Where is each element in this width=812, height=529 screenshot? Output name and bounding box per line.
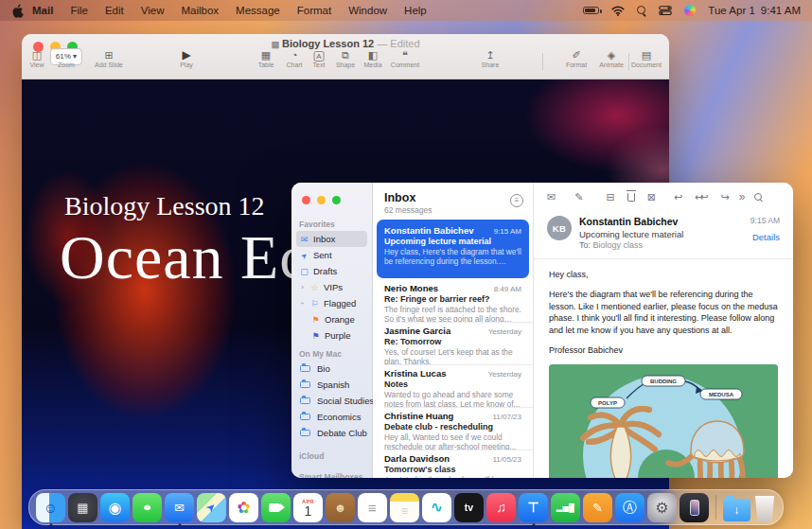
dock-messages[interactable]: ● (132, 493, 162, 522)
menu-mailbox[interactable]: Mailbox (172, 5, 227, 16)
sidebar-section-smart-mailboxes[interactable]: Smart Mailboxes (299, 472, 364, 478)
dock-finder[interactable]: ☺ (36, 493, 65, 522)
dock-iphone-mirroring[interactable] (680, 493, 709, 522)
dock-launchpad[interactable]: ▦ (68, 493, 97, 522)
view-button[interactable]: ◫ View (29, 48, 44, 68)
sidebar-item-social-studies[interactable]: Social Studies (296, 393, 367, 409)
mail-sidebar: Favorites ✉ Inbox ➤ Sent ▢ Drafts › ☆ VI… (291, 183, 373, 478)
menu-window[interactable]: Window (340, 5, 396, 16)
sidebar-item-drafts[interactable]: ▢ Drafts (296, 263, 367, 279)
sidebar-item-debate-club[interactable]: Debate Club (296, 425, 367, 441)
sidebar-item-purple[interactable]: ⚑ Purple (308, 327, 367, 344)
sidebar-item-economics[interactable]: Economics (296, 409, 367, 425)
archive-icon[interactable]: ⊟ (606, 192, 614, 203)
dock-keynote[interactable]: ⊤ (519, 493, 548, 522)
details-link[interactable]: Details (750, 232, 780, 242)
sidebar-item-orange[interactable]: ⚑ Orange (308, 311, 367, 327)
message-row[interactable]: Christine Huang 11/07/23 Debate club - r… (373, 407, 533, 450)
menu-date[interactable]: Tue Apr 1 (708, 5, 754, 16)
sidebar-item-sent[interactable]: ➤ Sent (296, 247, 367, 263)
filter-icon[interactable]: ≡ (510, 194, 523, 207)
menu-edit[interactable]: Edit (97, 5, 132, 16)
menu-time[interactable]: 9:41 AM (761, 5, 801, 16)
dock-calendar[interactable]: APR 1 (293, 493, 323, 522)
toolbar-divider (628, 53, 629, 70)
dock-reminders[interactable]: ≡ (358, 493, 387, 522)
sidebar-section-favorites: Favorites (299, 220, 364, 229)
dock-music[interactable]: ♫ (486, 493, 516, 522)
battery-icon[interactable] (583, 7, 599, 14)
dock-contacts[interactable]: ☻ (326, 493, 355, 522)
diagram-label-budding: BUDDING (650, 379, 677, 384)
siri-icon[interactable] (684, 5, 696, 16)
shape-button[interactable]: ⧉ Shape (336, 48, 355, 68)
add-slide-button[interactable]: ⊞ Add Slide (95, 48, 123, 68)
message-row[interactable]: Jasmine Garcia Yesterday Re: Tomorrow Ye… (373, 322, 533, 364)
dock-photos[interactable]: ✿ (229, 493, 258, 522)
dock-notes[interactable]: ≡ (390, 493, 419, 522)
dock-app-store[interactable]: Ⓐ (615, 493, 644, 522)
dock-pages[interactable]: ✎ (583, 493, 612, 522)
comment-button[interactable]: ❝ Comment (391, 48, 419, 68)
more-actions-icon[interactable]: » (739, 191, 746, 203)
play-button[interactable]: ▶ Play (180, 48, 193, 68)
reply-all-icon[interactable]: ↩↩ (695, 192, 708, 203)
menu-help[interactable]: Help (396, 5, 435, 16)
menu-file[interactable]: File (62, 5, 97, 16)
close-button[interactable] (302, 196, 310, 204)
dock-maps[interactable]: ➤ (197, 493, 226, 522)
chart-button[interactable]: ◔ Chart (286, 48, 302, 68)
sidebar-item-inbox[interactable]: ✉ Inbox (296, 231, 367, 247)
get-mail-icon[interactable]: ✉ (547, 192, 556, 203)
bar-chart-icon: ▂▅█ (556, 503, 574, 512)
dock-numbers[interactable]: ▂▅█ (551, 493, 580, 522)
search-icon[interactable] (754, 193, 763, 202)
document-button[interactable]: ▤ Document (631, 48, 662, 68)
envelope-icon: ✉ (174, 501, 185, 515)
message-row[interactable]: Darla Davidson 11/05/23 Tomorrow's class… (373, 450, 533, 478)
message-row[interactable]: Kristina Lucas Yesterday Notes Wanted to… (373, 364, 533, 407)
chevron-down-icon[interactable]: › (298, 300, 307, 307)
text-button[interactable]: A Text (313, 48, 326, 68)
minimize-button[interactable] (317, 196, 326, 204)
format-button[interactable]: ✐ Format (566, 48, 587, 68)
dock-safari[interactable]: ◉ (100, 493, 130, 522)
menu-message[interactable]: Message (227, 5, 289, 16)
sidebar-item-flagged[interactable]: › ⚐ Flagged (296, 295, 367, 311)
wifi-icon[interactable] (611, 6, 625, 16)
view-icon: ◫ (29, 48, 44, 62)
compose-icon[interactable]: ✎ (574, 192, 583, 203)
animate-button[interactable]: ◈ Animate (599, 48, 624, 68)
table-button[interactable]: ▦ Table (258, 48, 274, 68)
dock-downloads-folder[interactable]: ↓ (723, 499, 750, 521)
dock-mail[interactable]: ✉ (165, 493, 194, 522)
dock-freeform[interactable]: ∿ (422, 493, 451, 522)
search-icon[interactable] (637, 6, 646, 15)
dock-facetime[interactable] (261, 493, 291, 522)
trash-icon[interactable] (627, 193, 635, 202)
chevron-right-icon[interactable]: › (299, 283, 306, 291)
sidebar-item-bio[interactable]: Bio (296, 361, 367, 377)
sidebar-item-vips[interactable]: › ☆ VIPs (296, 279, 367, 295)
junk-icon[interactable]: ⊠ (647, 192, 656, 203)
control-center-icon[interactable] (659, 6, 672, 15)
message-row[interactable]: Konstantin Babichev 9:15 AM Upcoming lec… (377, 220, 529, 278)
dock-system-settings[interactable]: ⚙ (647, 493, 677, 522)
dock-trash[interactable] (753, 496, 776, 521)
dock: ☺ ▦ ◉ ● ✉ ➤ ✿ APR 1 ☻ ≡ ≡ ∿ tv ♫ ⊤ ▂▅█ ✎… (28, 489, 784, 525)
share-button[interactable]: ↥ Share (482, 48, 500, 68)
reply-icon[interactable]: ↩ (674, 192, 682, 203)
apple-menu-icon[interactable] (11, 4, 24, 18)
sidebar-item-spanish[interactable]: Spanish (296, 377, 367, 393)
keynote-titlebar: ▤ Biology Lesson 12 — Edited ◫ View 61% … (22, 34, 669, 79)
media-button[interactable]: ◧ Media (363, 48, 381, 68)
sidebar-section-icloud[interactable]: iCloud (299, 451, 364, 461)
zoom-window-button[interactable] (332, 196, 341, 204)
zoom-control[interactable]: 61% ▾ Zoom (50, 48, 82, 68)
menu-format[interactable]: Format (289, 5, 340, 16)
forward-icon[interactable]: ↪ (721, 192, 730, 203)
message-row[interactable]: Nerio Mones 8:49 AM Re: Fringe or barrie… (373, 279, 533, 322)
dock-apple-tv[interactable]: tv (454, 493, 484, 522)
menu-view[interactable]: View (132, 5, 173, 16)
menu-app-name[interactable]: Mail (24, 5, 62, 16)
